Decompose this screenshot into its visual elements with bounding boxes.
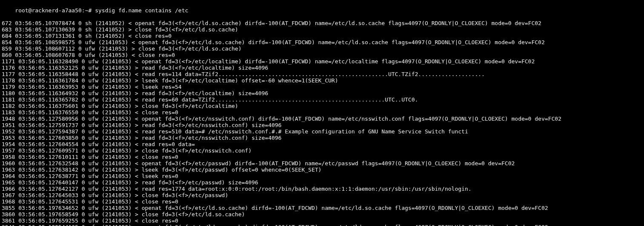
output-line: 1951 03:56:05.127591737 0 ufw (2141053) … xyxy=(2,122,642,128)
output-line: 1958 03:56:05.127610111 0 ufw (2141053) … xyxy=(2,154,642,160)
output-line: 1957 03:56:05.127609571 0 ufw (2141053) … xyxy=(2,147,642,154)
output-line: 1180 03:56:05.116364932 0 ufw (2141053) … xyxy=(2,90,642,96)
output-line: 1953 03:56:05.127603850 0 ufw (2141053) … xyxy=(2,135,642,141)
output-line: 1178 03:56:05.116361784 0 ufw (2141053) … xyxy=(2,77,642,84)
output-lines: 672 03:56:05.107078474 0 sh (2141052) < … xyxy=(2,20,642,226)
prompt-command: sysdig fd.name contains /etc xyxy=(95,7,188,14)
output-line: 1179 03:56:05.116363953 0 ufw (2141053) … xyxy=(2,84,642,90)
output-line: 1948 03:56:05.127580956 0 ufw (2141053) … xyxy=(2,116,642,122)
output-line: 3941 03:56:05.199544105 0 ufw (2141053) … xyxy=(2,224,642,226)
output-line: 1952 03:56:05.127594387 0 ufw (2141053) … xyxy=(2,128,642,135)
output-line: 683 03:56:05.107130639 0 sh (2141052) > … xyxy=(2,26,642,33)
output-line: 854 03:56:05.108598575 0 ufw (2141053) <… xyxy=(2,39,642,45)
output-line: 1967 03:56:05.127645033 0 ufw (2141053) … xyxy=(2,192,642,198)
terminal[interactable]: root@racknerd-a7aa50:~# sysdig fd.name c… xyxy=(0,0,644,226)
output-line: 3860 03:56:05.197658549 0 ufw (2141053) … xyxy=(2,211,642,218)
output-line: 1963 03:56:05.127638142 0 ufw (2141053) … xyxy=(2,167,642,173)
output-line: 684 03:56:05.107131361 0 sh (2141052) < … xyxy=(2,33,642,39)
output-line: 1964 03:56:05.127638771 0 ufw (2141053) … xyxy=(2,173,642,179)
output-line: 1171 03:56:05.116328490 0 ufw (2141053) … xyxy=(2,58,642,65)
output-line: 1183 03:56:05.116376550 0 ufw (2141053) … xyxy=(2,109,642,116)
output-line: 1182 03:56:05.116375601 0 ufw (2141053) … xyxy=(2,103,642,109)
output-line: 1960 03:56:05.127632548 0 ufw (2141053) … xyxy=(2,160,642,167)
output-line: 3855 03:56:05.197634652 0 ufw (2141053) … xyxy=(2,205,642,211)
output-line: 1954 03:56:05.127604554 0 ufw (2141053) … xyxy=(2,141,642,147)
prompt-line: root@racknerd-a7aa50:~# sysdig fd.name c… xyxy=(2,1,642,20)
output-line: 1966 03:56:05.127642127 0 ufw (2141053) … xyxy=(2,186,642,192)
output-line: 1965 03:56:05.127640147 0 ufw (2141053) … xyxy=(2,179,642,186)
output-line: 1181 03:56:05.116365782 0 ufw (2141053) … xyxy=(2,96,642,103)
prompt-user-host: root@racknerd-a7aa50:~# xyxy=(15,7,92,14)
output-line: 860 03:56:05.108607678 0 ufw (2141053) <… xyxy=(2,52,642,58)
output-line: 1968 03:56:05.127645531 0 ufw (2141053) … xyxy=(2,198,642,205)
output-line: 3861 03:56:05.197659255 0 ufw (2141053) … xyxy=(2,218,642,224)
output-line: 672 03:56:05.107078474 0 sh (2141052) < … xyxy=(2,20,642,26)
output-line: 1176 03:56:05.116352125 0 ufw (2141053) … xyxy=(2,65,642,71)
output-line: 859 03:56:05.108607112 0 ufw (2141053) >… xyxy=(2,45,642,52)
output-line: 1177 03:56:05.116358448 0 ufw (2141053) … xyxy=(2,71,642,77)
